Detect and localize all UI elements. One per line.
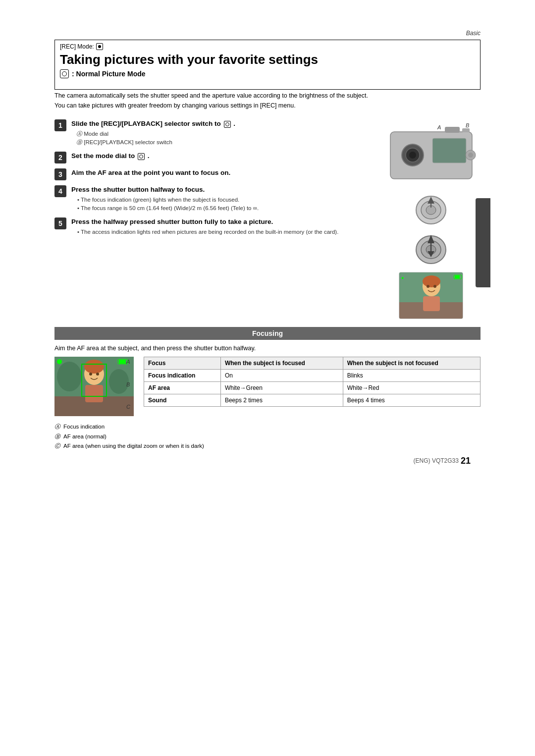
photo-preview: ●	[399, 272, 463, 319]
table-row-sound: Sound Beeps 2 times Beeps 4 times	[144, 394, 481, 407]
focusing-description: Aim the AF area at the subject, and then…	[54, 345, 481, 352]
svg-rect-6	[462, 128, 470, 132]
intro-text: The camera automatically sets the shutte…	[54, 91, 481, 110]
table-cell-sound-label: Sound	[144, 394, 221, 407]
step-4-content: Press the shutter button halfway to focu…	[71, 185, 372, 213]
normal-picture-mode-icon	[60, 69, 69, 78]
footnote-c: Ⓒ AF area (when using the digital zoom o…	[54, 441, 481, 451]
svg-text:●: ●	[401, 275, 404, 280]
rec-mode-box: [REC] Mode: Taking pictures with your fa…	[54, 40, 481, 90]
shutter-half-diagram	[414, 189, 448, 227]
step-1-number: 1	[54, 119, 66, 131]
table-cell-sound-focused: Beeps 2 times	[220, 394, 343, 407]
step-3-title: Aim the AF area at the point you want to…	[71, 168, 372, 177]
table-cell-sound-not-focused: Beeps 4 times	[343, 394, 480, 407]
subtitle-text: : Normal Picture Mode	[72, 70, 146, 78]
step-2-title: Set the mode dial to .	[71, 152, 372, 161]
table-row-focus-indication: Focus indication On Blinks	[144, 370, 481, 382]
subtitle-box: : Normal Picture Mode	[60, 69, 475, 78]
shutter-full-diagram	[414, 232, 448, 267]
step-1-title: Slide the [REC]/[PLAYBACK] selector swit…	[71, 119, 372, 128]
step-4-bullet-1: The focus indication (green) lights when…	[77, 196, 372, 204]
svg-rect-5	[445, 127, 460, 133]
page-code: (ENG) VQT2G33	[414, 457, 459, 464]
photo-preview-svg: ●	[399, 272, 463, 319]
svg-point-33	[57, 362, 82, 391]
table-header-not-focused: When the subject is not focused	[343, 357, 480, 370]
svg-text:C: C	[126, 404, 130, 410]
svg-rect-4	[432, 138, 466, 163]
step-2-number: 2	[54, 152, 66, 163]
table-cell-focus-indication-focused: On	[220, 370, 343, 382]
table-cell-af-area-label: AF area	[144, 382, 221, 394]
svg-point-45	[57, 359, 62, 364]
footnotes: Ⓐ Focus indication Ⓑ AF area (normal) Ⓒ …	[54, 422, 481, 451]
step-4-title: Press the shutter button halfway to focu…	[71, 185, 372, 194]
step-1-content: Slide the [REC]/[PLAYBACK] selector swit…	[71, 119, 372, 147]
footnote-a-label: Ⓐ	[54, 422, 61, 432]
table-cell-af-area-focused: White→Green	[220, 382, 343, 394]
bottom-page-number: (ENG) VQT2G33 21	[414, 456, 471, 466]
svg-point-39	[89, 373, 92, 376]
svg-point-37	[84, 360, 104, 374]
svg-point-3	[409, 152, 416, 159]
table-cell-focus-indication-label: Focus indication	[144, 370, 221, 382]
shutter-half-svg	[414, 193, 448, 227]
step-1: 1 Slide the [REC]/[PLAYBACK] selector sw…	[54, 119, 372, 147]
svg-text:B: B	[126, 381, 130, 387]
focus-table: Focus When the subject is focused When t…	[144, 357, 481, 407]
step-5-bullet-1: The access indication lights red when pi…	[77, 228, 372, 236]
table-header-focused: When the subject is focused	[220, 357, 343, 370]
table-cell-focus-indication-not-focused: Blinks	[343, 370, 480, 382]
steps-section: 1 Slide the [REC]/[PLAYBACK] selector sw…	[54, 119, 481, 319]
step-1-sub-a: Ⓐ Mode dial	[76, 130, 372, 138]
svg-rect-25	[423, 296, 440, 311]
step-3: 3 Aim the AF area at the point you want …	[54, 168, 372, 180]
focusing-image-container: A B C	[54, 357, 134, 416]
steps-right-diagrams: A B	[381, 119, 481, 319]
svg-rect-38	[85, 385, 103, 402]
step-5-content: Press the halfway pressed shutter button…	[71, 217, 372, 236]
footnote-b: Ⓑ AF area (normal)	[54, 432, 481, 442]
svg-rect-31	[455, 275, 460, 278]
footnote-b-text: AF area (normal)	[63, 432, 107, 442]
step-4: 4 Press the shutter button halfway to fo…	[54, 185, 372, 213]
step-5-number: 5	[54, 217, 66, 229]
mode-dial-icon	[138, 153, 145, 160]
svg-point-26	[423, 275, 440, 287]
focusing-header: Focusing	[54, 327, 481, 340]
step-4-number: 4	[54, 185, 66, 197]
camera-diagram: A B	[385, 119, 477, 184]
footnote-c-label: Ⓒ	[54, 441, 61, 451]
step-5: 5 Press the halfway pressed shutter butt…	[54, 217, 372, 236]
svg-text:B: B	[466, 122, 469, 128]
svg-point-34	[109, 369, 129, 394]
intro-line-2: You can take pictures with greater freed…	[54, 101, 481, 110]
step-2-content: Set the mode dial to .	[71, 152, 372, 162]
page-number: 21	[461, 456, 471, 466]
footnote-a: Ⓐ Focus indication	[54, 422, 481, 432]
step-3-content: Aim the AF area at the point you want to…	[71, 168, 372, 179]
table-row-af-area: AF area White→Green White→Red	[144, 382, 481, 394]
right-tab	[476, 198, 490, 287]
focusing-section: Focusing Aim the AF area at the subject,…	[54, 327, 481, 451]
svg-point-40	[96, 373, 99, 376]
footnote-a-text: Focus indication	[63, 422, 105, 432]
svg-point-27	[427, 285, 429, 288]
svg-point-28	[433, 285, 436, 288]
step-5-title: Press the halfway pressed shutter button…	[71, 217, 372, 226]
step-1-sub-b: Ⓑ [REC]/[PLAYBACK] selector switch	[76, 138, 372, 147]
table-header-focus: Focus	[144, 357, 221, 370]
step-3-number: 3	[54, 168, 66, 180]
steps-left: 1 Slide the [REC]/[PLAYBACK] selector sw…	[54, 119, 372, 319]
step-4-bullet-2: The focus range is 50 cm (1.64 feet) (Wi…	[77, 204, 372, 213]
svg-rect-47	[119, 360, 126, 364]
footnote-c-text: AF area (when using the digital zoom or …	[63, 441, 204, 451]
selector-icon	[224, 121, 231, 128]
intro-line-1: The camera automatically sets the shutte…	[54, 91, 481, 101]
shutter-full-svg	[414, 232, 448, 267]
rec-mode-line: [REC] Mode:	[60, 43, 475, 50]
top-label: Basic	[54, 30, 481, 37]
rec-mode-icon	[96, 43, 103, 50]
table-cell-af-area-not-focused: White→Red	[343, 382, 480, 394]
